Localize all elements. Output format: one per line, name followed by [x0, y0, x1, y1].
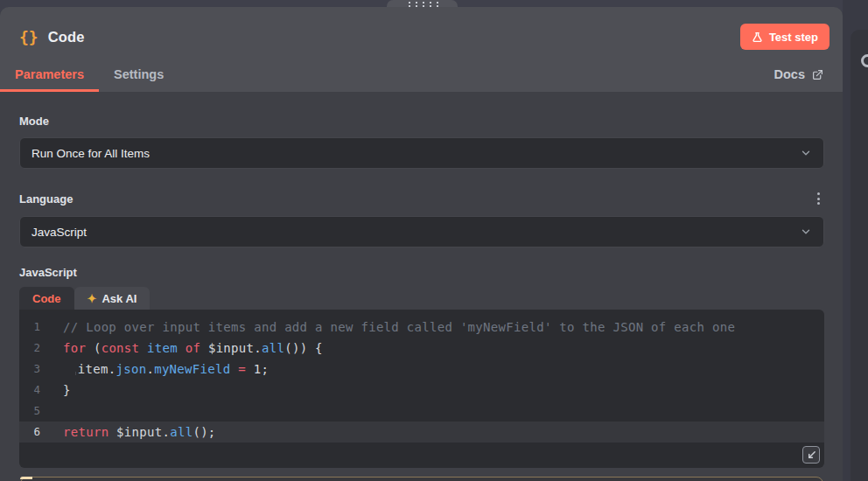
test-step-label: Test step: [769, 31, 818, 44]
code-line[interactable]: 2for (const item of $input.all()) {: [19, 338, 824, 359]
code-line[interactable]: 4}: [19, 380, 824, 401]
line-content: for (const item of $input.all()) {: [40, 338, 323, 359]
expand-icon: [807, 450, 816, 460]
docs-link[interactable]: Docs: [774, 67, 823, 92]
mode-select-value: Run Once for All Items: [32, 147, 150, 160]
language-label-row: Language: [19, 191, 824, 206]
code-node-panel: {} Code Test step Parameters Settings Do…: [0, 7, 843, 481]
code-line[interactable]: 1// Loop over input items and add a new …: [19, 317, 824, 338]
expand-editor-button[interactable]: [802, 446, 820, 464]
line-content: [40, 401, 71, 422]
parameters-body: Mode Run Once for All Items Language Jav…: [0, 92, 843, 481]
parameter-options-icon[interactable]: [814, 191, 823, 206]
mode-select[interactable]: Run Once for All Items: [19, 137, 824, 169]
mode-label: Mode: [19, 115, 824, 128]
editor-tab-ask-ai[interactable]: ✦ Ask AI: [74, 287, 150, 310]
docs-label: Docs: [774, 67, 805, 81]
line-number: 6: [19, 422, 40, 443]
code-line[interactable]: 5: [19, 401, 824, 422]
flask-icon: [752, 31, 763, 43]
line-number: 2: [19, 338, 40, 359]
line-content: return $input.all();: [40, 422, 216, 443]
adjacent-panel-edge: [850, 30, 868, 481]
tabs-row: Parameters Settings Docs: [0, 67, 843, 92]
line-content: // Loop over input items and add a new f…: [40, 317, 735, 338]
ask-ai-label: Ask AI: [102, 292, 136, 305]
code-lines: 1// Loop over input items and add a new …: [19, 317, 824, 443]
editor-tabs: Code ✦ Ask AI: [19, 287, 824, 310]
title-row: {} Code Test step: [0, 7, 843, 50]
sparkles-icon: ✦: [88, 292, 97, 305]
line-content: }: [40, 380, 71, 401]
language-select[interactable]: JavaScript: [19, 216, 824, 247]
screen: {} Code Test step Parameters Settings Do…: [0, 0, 868, 481]
node-title: Code: [48, 29, 85, 45]
code-line[interactable]: 3item.json.myNewField = 1;: [19, 359, 824, 380]
editor-tab-code[interactable]: Code: [19, 287, 74, 310]
line-content: item.json.myNewField = 1;: [40, 359, 269, 380]
line-number: 3: [19, 359, 40, 380]
tab-settings[interactable]: Settings: [99, 67, 178, 92]
chevron-down-icon: [800, 226, 812, 238]
code-parameter-label: JavaScript: [19, 266, 824, 279]
chevron-down-icon: [800, 147, 812, 159]
code-braces-icon: {}: [19, 28, 38, 46]
tab-parameters[interactable]: Parameters: [0, 67, 99, 92]
next-field-partial: [20, 477, 823, 481]
panels-gap: [843, 0, 868, 481]
code-editor[interactable]: 1// Loop over input items and add a new …: [19, 310, 824, 468]
test-step-button[interactable]: Test step: [740, 24, 830, 50]
external-link-icon: [812, 69, 823, 80]
connector-circle-icon: [861, 54, 868, 67]
panel-header: {} Code Test step Parameters Settings Do…: [0, 7, 843, 92]
drag-dots-icon: [406, 1, 441, 7]
code-line[interactable]: 6return $input.all();: [19, 422, 824, 443]
line-number: 1: [19, 317, 40, 338]
line-number: 4: [19, 380, 40, 401]
line-number: 5: [19, 401, 40, 422]
language-select-value: JavaScript: [32, 226, 87, 239]
language-label: Language: [19, 192, 73, 206]
